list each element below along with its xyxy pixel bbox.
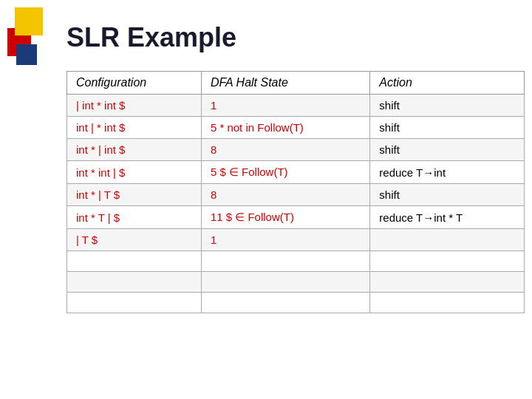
cell-dfa: 8 (201, 184, 369, 206)
table-row: int * | T $8shift (67, 184, 525, 206)
deco-blue-square (16, 44, 37, 65)
cell-action (370, 293, 525, 313)
table-row: int * int | $5 $ ∈ Follow(T)reduce T→int (67, 161, 525, 184)
slide: SLR Example Configuration DFA Halt State… (0, 0, 532, 399)
cell-config (67, 251, 202, 272)
cell-action (370, 251, 525, 272)
cell-config: int | * int $ (67, 117, 202, 139)
cell-dfa: 8 (201, 139, 369, 161)
cell-config: int * T | $ (67, 206, 202, 229)
cell-dfa: 1 (201, 95, 369, 117)
cell-action (370, 229, 525, 251)
cell-dfa: 11 $ ∈ Follow(T) (201, 206, 369, 229)
cell-action: shift (370, 139, 525, 161)
cell-config: | int * int $ (67, 95, 202, 117)
table-row: int | * int $5 * not in Follow(T)shift (67, 117, 525, 139)
cell-action: reduce T→int (370, 161, 525, 184)
decoration (0, 0, 44, 89)
cell-action: shift (370, 95, 525, 117)
cell-dfa (201, 272, 369, 293)
cell-action: shift (370, 184, 525, 206)
cell-action: shift (370, 117, 525, 139)
table-row: int * | int $8shift (67, 139, 525, 161)
cell-dfa: 5 * not in Follow(T) (201, 117, 369, 139)
cell-action (370, 272, 525, 293)
deco-yellow-square (15, 7, 43, 35)
table-row: int * T | $11 $ ∈ Follow(T)reduce T→int … (67, 206, 525, 229)
col-header-dfa: DFA Halt State (201, 72, 369, 95)
table-header-row: Configuration DFA Halt State Action (67, 72, 525, 95)
page-title: SLR Example (66, 22, 502, 53)
cell-config (67, 293, 202, 313)
cell-config: | T $ (67, 229, 202, 251)
cell-dfa: 1 (201, 229, 369, 251)
slr-table: Configuration DFA Halt State Action | in… (66, 71, 525, 313)
cell-dfa (201, 251, 369, 272)
cell-config: int * int | $ (67, 161, 202, 184)
table-row (67, 251, 525, 272)
col-header-action: Action (370, 72, 525, 95)
cell-config (67, 272, 202, 293)
cell-dfa: 5 $ ∈ Follow(T) (201, 161, 369, 184)
table-row (67, 293, 525, 313)
cell-action: reduce T→int * T (370, 206, 525, 229)
cell-config: int * | T $ (67, 184, 202, 206)
col-header-configuration: Configuration (67, 72, 202, 95)
cell-dfa (201, 293, 369, 313)
table-row: | T $1 (67, 229, 525, 251)
table-row: | int * int $1shift (67, 95, 525, 117)
cell-config: int * | int $ (67, 139, 202, 161)
table-row (67, 272, 525, 293)
